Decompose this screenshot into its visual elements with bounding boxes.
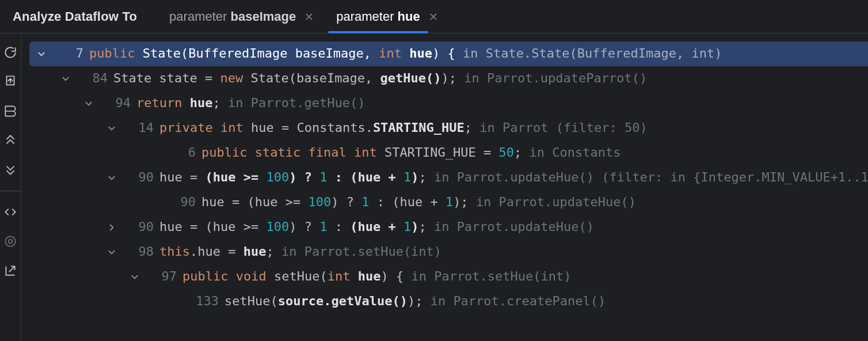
close-icon[interactable] bbox=[428, 12, 439, 22]
next-occurrence-icon[interactable] bbox=[2, 161, 19, 179]
chevron-down-icon[interactable] bbox=[128, 271, 141, 283]
goto-source-icon[interactable] bbox=[2, 73, 19, 90]
tree-row[interactable]: 90hue = (hue >= 100) ? 1 : (hue + 1); in… bbox=[29, 190, 868, 215]
line-number: 90 bbox=[166, 195, 196, 210]
line-number: 133 bbox=[189, 294, 219, 309]
tree-row[interactable]: 94return hue; in Parrot.getHue() bbox=[29, 91, 868, 116]
tab-label: parameter hue bbox=[336, 9, 420, 24]
svg-point-0 bbox=[5, 236, 15, 246]
code-snippet: return hue; in Parrot.getHue() bbox=[136, 96, 365, 111]
export-icon[interactable] bbox=[2, 262, 19, 279]
tree-row[interactable]: 84State state = new State(baseImage, get… bbox=[29, 66, 868, 91]
chevron-down-icon[interactable] bbox=[35, 48, 48, 60]
code-snippet: hue = (hue >= 100) ? 1 : (hue + 1); in P… bbox=[159, 170, 868, 185]
line-number: 94 bbox=[101, 96, 131, 111]
toolbar bbox=[0, 33, 21, 341]
tree-row[interactable]: 6public static final int STARTING_HUE = … bbox=[29, 141, 868, 165]
code-snippet: public void setHue(int hue) { in Parrot.… bbox=[182, 269, 572, 284]
line-number: 90 bbox=[124, 170, 154, 185]
tree-row[interactable]: 90hue = (hue >= 100) ? 1 : (hue + 1); in… bbox=[29, 165, 868, 190]
svg-point-1 bbox=[9, 240, 13, 244]
tree-row[interactable]: 98this.hue = hue; in Parrot.setHue(int) bbox=[29, 240, 868, 264]
toolbar-separator bbox=[0, 191, 21, 191]
chevron-right-icon[interactable] bbox=[105, 221, 118, 234]
code-snippet: State state = new State(baseImage, getHu… bbox=[113, 71, 647, 86]
tree-row[interactable]: 7public State(BufferedImage baseImage, i… bbox=[29, 41, 868, 66]
line-number: 90 bbox=[124, 219, 154, 234]
settings-icon[interactable] bbox=[2, 233, 19, 250]
panel-title: Analyze Dataflow To bbox=[13, 9, 137, 24]
tabs: parameter baseImageparameter hue bbox=[161, 0, 447, 33]
line-number: 14 bbox=[124, 120, 154, 135]
tree-row[interactable]: 14private int hue = Constants.STARTING_H… bbox=[29, 116, 868, 141]
line-number: 98 bbox=[124, 244, 154, 259]
code-icon[interactable] bbox=[2, 203, 19, 221]
tab-hue[interactable]: parameter hue bbox=[328, 0, 447, 33]
chevron-down-icon[interactable] bbox=[105, 246, 118, 259]
code-snippet: public static final int STARTING_HUE = 5… bbox=[201, 145, 621, 160]
code-snippet: private int hue = Constants.STARTING_HUE… bbox=[159, 120, 648, 135]
group-module-icon[interactable] bbox=[2, 103, 19, 120]
code-snippet: public State(BufferedImage baseImage, in… bbox=[89, 46, 722, 61]
code-snippet: hue = (hue >= 100) ? 1 : (hue + 1); in P… bbox=[201, 195, 636, 210]
line-number: 6 bbox=[166, 145, 196, 160]
line-number: 97 bbox=[147, 269, 177, 284]
tab-label: parameter baseImage bbox=[169, 9, 296, 24]
chevron-down-icon[interactable] bbox=[105, 122, 118, 135]
refresh-icon[interactable] bbox=[2, 44, 19, 61]
code-snippet: hue = (hue >= 100) ? 1 : (hue + 1); in P… bbox=[159, 219, 594, 234]
tree-row[interactable]: 97public void setHue(int hue) { in Parro… bbox=[29, 264, 868, 289]
close-icon[interactable] bbox=[304, 12, 314, 22]
panel-header: Analyze Dataflow To parameter baseImagep… bbox=[0, 0, 868, 33]
chevron-down-icon[interactable] bbox=[82, 97, 95, 110]
chevron-down-icon[interactable] bbox=[59, 73, 72, 85]
dataflow-tree[interactable]: 7public State(BufferedImage baseImage, i… bbox=[21, 33, 868, 341]
line-number: 84 bbox=[78, 71, 108, 86]
code-snippet: this.hue = hue; in Parrot.setHue(int) bbox=[159, 244, 441, 259]
tab-baseImage[interactable]: parameter baseImage bbox=[161, 0, 322, 33]
prev-occurrence-icon[interactable] bbox=[2, 132, 19, 149]
tree-row[interactable]: 90hue = (hue >= 100) ? 1 : (hue + 1); in… bbox=[29, 215, 868, 240]
chevron-down-icon[interactable] bbox=[105, 172, 118, 184]
dataflow-panel: Analyze Dataflow To parameter baseImagep… bbox=[0, 0, 868, 341]
code-snippet: setHue(source.getValue()); in Parrot.cre… bbox=[224, 294, 606, 309]
line-number: 7 bbox=[54, 46, 83, 61]
tree-row[interactable]: 133setHue(source.getValue()); in Parrot.… bbox=[29, 289, 868, 314]
